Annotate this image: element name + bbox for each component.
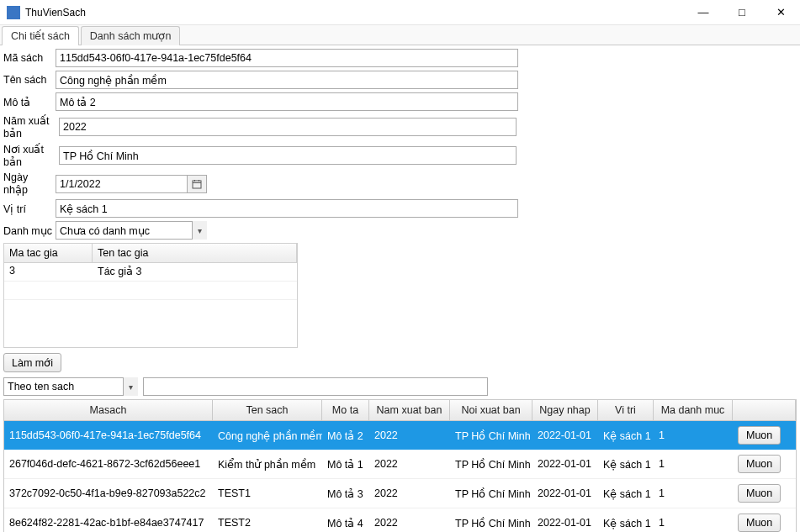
cell-vitri: Kệ sách 1 [598,424,654,447]
author-name-cell: Tác giả 3 [93,263,297,281]
author-grid-header-name[interactable]: Ten tac gia [93,244,297,262]
cell-vitri: Kệ sách 1 [598,453,654,476]
namxb-input[interactable] [59,118,517,136]
col-madm[interactable]: Ma danh muc [654,400,733,420]
ngaynhap-input[interactable] [56,175,207,193]
author-row[interactable]: 3 Tác giả 3 [4,263,297,282]
table-row[interactable]: 372c7092-0c50-4f1a-b9e9-827093a522c2TEST… [4,479,796,508]
window-minimize-button[interactable]: ― [684,0,723,24]
table-row[interactable]: 8e624f82-2281-42ac-b1bf-e84ae3747417TEST… [4,508,796,532]
cell-madm: 1 [654,512,733,532]
cell-mota: Mô tả 3 [322,482,369,505]
cell-mota: Mô tả 2 [322,424,369,447]
app-icon [7,6,20,19]
calendar-icon[interactable] [187,175,207,193]
author-row[interactable] [4,282,297,300]
cell-tensach: TEST2 [213,512,322,532]
cell-vitri: Kệ sách 1 [598,482,654,505]
svg-rect-0 [193,181,201,188]
col-nxb[interactable]: Nam xuat ban [369,400,450,420]
col-vitri[interactable]: Vi tri [598,400,654,420]
window-title: ThuVienSach [25,7,684,18]
muon-button[interactable]: Muon [738,426,781,445]
mota-input[interactable] [56,92,518,111]
tab-book-details[interactable]: Chi tiết sách [2,26,79,45]
cell-nxb: 2022 [369,424,450,446]
cell-masach: 8e624f82-2281-42ac-b1bf-e84ae3747417 [4,512,213,532]
search-mode-combo[interactable] [3,377,138,396]
cell-tensach: Công nghệ phần mềm [213,424,322,447]
cell-nxb: 2022 [369,453,450,475]
table-row[interactable]: 115dd543-06f0-417e-941a-1ec75fde5f64Công… [4,421,796,450]
lammoi-button[interactable]: Làm mới [3,353,61,372]
book-grid: Masach Ten sach Mo ta Nam xuat ban Noi x… [3,399,797,532]
cell-ngay: 2022-01-01 [532,453,598,475]
mota-label: Mô tả [3,96,56,108]
cell-madm: 1 [654,453,733,475]
cell-noi: TP Hồ Chí Minh [450,512,532,533]
author-grid-header-id[interactable]: Ma tac gia [4,244,93,262]
col-tensach[interactable]: Ten sach [213,400,322,420]
cell-masach: 115dd543-06f0-417e-941a-1ec75fde5f64 [4,424,213,446]
cell-mota: Mô tả 4 [322,512,369,533]
cell-ngay: 2022-01-01 [532,512,598,532]
cell-mota: Mô tả 1 [322,453,369,476]
cell-action: Muon [733,479,796,508]
chevron-down-icon[interactable]: ▾ [192,221,207,240]
tensach-label: Tên sách [3,74,56,86]
cell-ngay: 2022-01-01 [532,424,598,446]
col-noi[interactable]: Noi xuat ban [450,400,532,420]
masach-label: Mã sách [3,52,56,64]
namxb-label: Năm xuất bản [3,114,59,140]
cell-ngay: 2022-01-01 [532,482,598,504]
cell-noi: TP Hồ Chí Minh [450,424,532,447]
cell-vitri: Kệ sách 1 [598,512,654,533]
cell-action: Muon [733,421,796,450]
noixb-label: Nơi xuất bản [3,143,59,168]
muon-button[interactable]: Muon [738,514,781,532]
masach-input[interactable] [56,49,518,67]
vitri-input[interactable] [56,199,518,218]
col-ngay[interactable]: Ngay nhap [532,400,598,420]
tab-strip: Chi tiết sách Danh sách mượn [0,25,800,45]
cell-madm: 1 [654,482,733,504]
search-input[interactable] [143,377,488,396]
vitri-label: Vị trí [3,203,56,215]
ngaynhap-label: Ngày nhập [3,171,56,196]
window-close-button[interactable]: ✕ [761,0,800,24]
cell-masach: 267f046d-defc-4621-8672-3cf62d56eee1 [4,453,213,475]
author-id-cell: 3 [4,263,93,281]
table-row[interactable]: 267f046d-defc-4621-8672-3cf62d56eee1Kiểm… [4,450,796,479]
cell-action: Muon [733,508,796,532]
muon-button[interactable]: Muon [738,484,781,503]
cell-madm: 1 [654,424,733,446]
danhmuc-label: Danh mục [3,224,56,237]
cell-masach: 372c7092-0c50-4f1a-b9e9-827093a522c2 [4,482,213,504]
author-grid: Ma tac gia Ten tac gia 3 Tác giả 3 [3,243,298,348]
tensach-input[interactable] [56,71,518,89]
chevron-down-icon[interactable]: ▾ [123,377,138,396]
cell-nxb: 2022 [369,512,450,532]
cell-nxb: 2022 [369,482,450,504]
cell-tensach: Kiểm thử phần mềm [213,453,322,476]
window-titlebar: ThuVienSach ― □ ✕ [0,0,800,25]
muon-button[interactable]: Muon [738,455,781,473]
window-maximize-button[interactable]: □ [723,0,761,24]
danhmuc-combo[interactable] [56,221,207,240]
tab-borrow-list[interactable]: Danh sách mượn [81,26,181,45]
col-mota[interactable]: Mo ta [322,400,369,420]
noixb-input[interactable] [59,146,517,165]
col-action [733,400,796,420]
cell-tensach: TEST1 [213,482,322,504]
cell-action: Muon [733,450,796,478]
col-masach[interactable]: Masach [4,400,213,420]
cell-noi: TP Hồ Chí Minh [450,482,532,505]
cell-noi: TP Hồ Chí Minh [450,453,532,476]
